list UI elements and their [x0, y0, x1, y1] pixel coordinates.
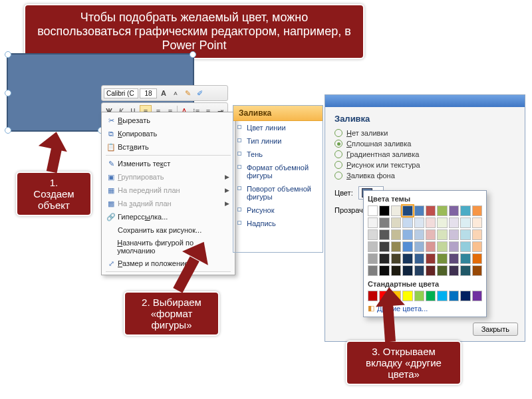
color-swatch[interactable] — [437, 291, 447, 301]
ctx-copy[interactable]: ⧉Копировать — [102, 127, 235, 140]
radio-no-fill[interactable]: Нет заливки — [334, 129, 515, 137]
color-swatch[interactable] — [449, 217, 459, 228]
font-size-field[interactable]: 18 — [140, 88, 157, 98]
color-swatch[interactable] — [460, 265, 470, 276]
color-swatch[interactable] — [368, 205, 378, 216]
color-swatch[interactable] — [379, 265, 389, 276]
color-swatch[interactable] — [414, 253, 424, 264]
ctx-paste[interactable]: 📋Вставить — [102, 140, 235, 154]
color-swatch[interactable] — [437, 217, 447, 228]
color-swatch[interactable] — [379, 241, 389, 252]
color-swatch[interactable] — [391, 265, 401, 276]
dialog-titlebar[interactable] — [325, 95, 525, 107]
color-swatch[interactable] — [414, 205, 424, 216]
panel-header-fill[interactable]: Заливка — [233, 106, 323, 121]
paintbrush-icon[interactable]: ✐ — [194, 88, 205, 98]
ctx-hyperlink[interactable]: 🔗Гиперссылка... — [102, 210, 235, 223]
radio-background-fill[interactable]: Заливка фона — [334, 172, 515, 180]
resize-handle[interactable] — [190, 51, 196, 58]
panel-item-picture[interactable]: Рисунок — [233, 203, 323, 217]
panel-item-caption[interactable]: Надпись — [233, 217, 323, 230]
color-swatch[interactable] — [437, 253, 447, 264]
resize-handle[interactable] — [5, 51, 11, 58]
color-swatch[interactable] — [368, 253, 378, 264]
color-swatch[interactable] — [402, 229, 412, 240]
cut-icon: ✂ — [104, 116, 118, 125]
color-swatch[interactable] — [426, 291, 436, 301]
color-swatch[interactable] — [414, 241, 424, 252]
color-swatch[interactable] — [437, 241, 447, 252]
ctx-size-position[interactable]: ⤢Размер и положение... — [102, 257, 235, 270]
color-swatch[interactable] — [472, 253, 482, 264]
color-swatch[interactable] — [472, 291, 482, 301]
color-swatch[interactable] — [472, 265, 482, 276]
color-swatch[interactable] — [426, 217, 436, 228]
ctx-save-as-picture[interactable]: Сохранить как рисунок... — [102, 223, 235, 237]
color-swatch[interactable] — [449, 291, 459, 301]
color-swatch[interactable] — [460, 229, 470, 240]
color-swatch[interactable] — [402, 241, 412, 252]
color-swatch[interactable] — [472, 229, 482, 240]
color-swatch[interactable] — [426, 265, 436, 276]
panel-item-shadow[interactable]: Тень — [233, 148, 323, 161]
resize-handle[interactable] — [5, 127, 11, 134]
color-swatch[interactable] — [449, 265, 459, 276]
shrink-font-icon[interactable]: A — [170, 88, 181, 98]
color-swatch[interactable] — [368, 229, 378, 240]
color-swatch[interactable] — [414, 229, 424, 240]
color-swatch[interactable] — [472, 241, 482, 252]
color-swatch[interactable] — [437, 205, 447, 216]
color-swatch[interactable] — [414, 265, 424, 276]
ctx-edit-text[interactable]: ✎Изменить текст — [102, 157, 235, 170]
panel-item-3d-rotation[interactable]: Поворот объемной фигуры — [233, 182, 323, 203]
color-swatch[interactable] — [368, 217, 378, 228]
color-swatch[interactable] — [414, 217, 424, 228]
color-swatch[interactable] — [402, 253, 412, 264]
close-button[interactable]: Закрыть — [473, 323, 518, 336]
ctx-cut[interactable]: ✂Вырезать — [102, 114, 235, 127]
font-name-field[interactable]: Calibri (С — [104, 88, 138, 98]
panel-item-3d-format[interactable]: Формат объемной фигуры — [233, 161, 323, 182]
color-swatch[interactable] — [460, 205, 470, 216]
color-swatch[interactable] — [379, 253, 389, 264]
color-swatch[interactable] — [379, 217, 389, 228]
color-swatch[interactable] — [460, 291, 470, 301]
grow-font-icon[interactable]: A — [158, 88, 169, 98]
color-swatch[interactable] — [391, 205, 401, 216]
color-swatch[interactable] — [460, 253, 470, 264]
color-swatch[interactable] — [460, 217, 470, 228]
color-swatch-selected[interactable] — [402, 205, 412, 216]
color-swatch[interactable] — [391, 253, 401, 264]
color-swatch[interactable] — [402, 217, 412, 228]
color-swatch[interactable] — [449, 229, 459, 240]
color-swatch[interactable] — [426, 253, 436, 264]
color-swatch[interactable] — [472, 217, 482, 228]
color-swatch[interactable] — [449, 205, 459, 216]
color-swatch[interactable] — [391, 241, 401, 252]
color-swatch[interactable] — [449, 253, 459, 264]
panel-item-line-type[interactable]: Тип линии — [233, 134, 323, 148]
color-swatch[interactable] — [368, 265, 378, 276]
format-painter-icon[interactable]: ✎ — [182, 88, 193, 98]
ctx-set-default[interactable]: Назначить фигурой по умолчанию — [102, 237, 235, 257]
color-swatch[interactable] — [379, 229, 389, 240]
color-swatch[interactable] — [368, 241, 378, 252]
color-swatch[interactable] — [437, 265, 447, 276]
color-swatch[interactable] — [449, 241, 459, 252]
color-swatch[interactable] — [414, 291, 424, 301]
color-swatch[interactable] — [426, 241, 436, 252]
color-swatch[interactable] — [402, 265, 412, 276]
radio-picture-fill[interactable]: Рисунок или текстура — [334, 161, 515, 169]
radio-solid-fill[interactable]: Сплошная заливка — [334, 140, 515, 148]
color-swatch[interactable] — [391, 217, 401, 228]
color-swatch[interactable] — [426, 229, 436, 240]
color-swatch[interactable] — [391, 229, 401, 240]
color-swatch[interactable] — [437, 229, 447, 240]
radio-gradient-fill[interactable]: Градиентная заливка — [334, 150, 515, 158]
color-swatch[interactable] — [379, 205, 389, 216]
color-swatch[interactable] — [426, 205, 436, 216]
color-swatch[interactable] — [472, 205, 482, 216]
resize-handle[interactable] — [5, 90, 11, 96]
panel-item-line-color[interactable]: Цвет линии — [233, 121, 323, 134]
color-swatch[interactable] — [460, 241, 470, 252]
